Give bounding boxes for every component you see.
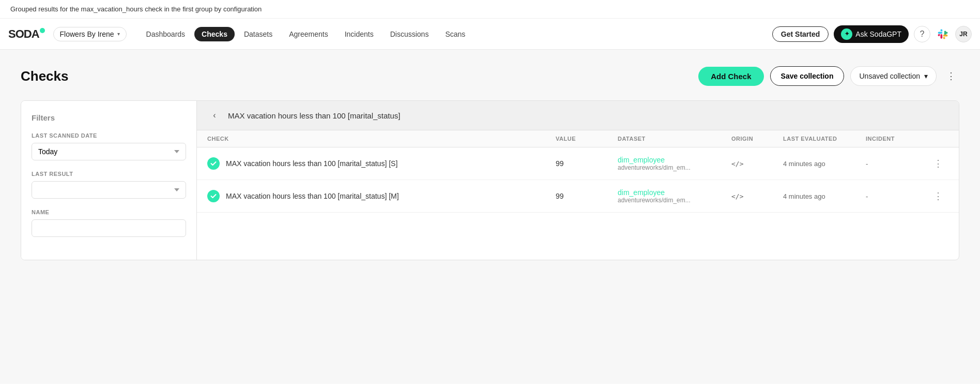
nav-checks[interactable]: Checks bbox=[194, 27, 235, 41]
name-filter: NAME bbox=[32, 209, 186, 237]
name-filter-input[interactable] bbox=[32, 219, 186, 237]
group-header: ‹ MAX vacation hours less than 100 [mari… bbox=[197, 101, 959, 130]
logo: SODA bbox=[8, 27, 45, 41]
filters-title: Filters bbox=[32, 113, 186, 122]
last-scanned-date-select[interactable]: Today Yesterday Last 7 days Last 30 days bbox=[32, 143, 186, 160]
chevron-down-icon: ▾ bbox=[924, 72, 928, 80]
collection-selector[interactable]: Unsaved collection ▾ bbox=[850, 66, 937, 86]
save-collection-button[interactable]: Save collection bbox=[770, 66, 845, 86]
content-panel: Filters LAST SCANNED DATE Today Yesterda… bbox=[21, 100, 959, 260]
evaluated-cell-1: 4 minutes ago bbox=[783, 160, 866, 168]
evaluated-cell-2: 4 minutes ago bbox=[783, 192, 866, 200]
check-name-1: MAX vacation hours less than 100 [marita… bbox=[226, 159, 397, 168]
nav-scans[interactable]: Scans bbox=[438, 27, 472, 41]
more-options-button[interactable]: ⋮ bbox=[943, 68, 959, 84]
name-filter-label: NAME bbox=[32, 209, 186, 215]
value-cell-1: 99 bbox=[556, 159, 618, 168]
group-title: MAX vacation hours less than 100 [marita… bbox=[228, 111, 401, 120]
incident-cell-2: - bbox=[866, 192, 928, 200]
nav-dashboards[interactable]: Dashboards bbox=[139, 27, 193, 41]
col-value: VALUE bbox=[556, 136, 618, 142]
dataset-path-1: adventureworks/dim_em... bbox=[618, 164, 731, 171]
dataset-cell-2: dim_employee adventureworks/dim_em... bbox=[618, 188, 731, 204]
main-content: Checks Add Check Save collection Unsaved… bbox=[0, 50, 980, 384]
ask-soda-button[interactable]: ✦ Ask SodaGPT bbox=[834, 25, 909, 43]
pass-icon-1 bbox=[207, 157, 220, 170]
value-cell-2: 99 bbox=[556, 192, 618, 200]
col-origin: ORIGIN bbox=[731, 136, 783, 142]
ask-soda-label: Ask SodaGPT bbox=[855, 30, 901, 38]
nav-agreements[interactable]: Agreements bbox=[282, 27, 335, 41]
row-more-button-2[interactable]: ⋮ bbox=[928, 190, 948, 202]
navbar: SODA Flowers By Irene ▾ Dashboards Check… bbox=[0, 19, 980, 50]
back-button[interactable]: ‹ bbox=[207, 108, 222, 123]
logo-text: SODA bbox=[8, 27, 45, 41]
help-button[interactable]: ? bbox=[914, 26, 930, 42]
question-icon: ? bbox=[920, 29, 925, 39]
last-scanned-date-filter: LAST SCANNED DATE Today Yesterday Last 7… bbox=[32, 132, 186, 160]
nav-discussions[interactable]: Discussions bbox=[383, 27, 436, 41]
org-selector[interactable]: Flowers By Irene ▾ bbox=[53, 27, 127, 41]
filters-sidebar: Filters LAST SCANNED DATE Today Yesterda… bbox=[21, 101, 197, 260]
row-more-button-1[interactable]: ⋮ bbox=[928, 158, 948, 169]
last-scanned-date-label: LAST SCANNED DATE bbox=[32, 132, 186, 139]
dataset-link-2[interactable]: dim_employee bbox=[618, 188, 731, 197]
top-info-text: Grouped results for the max_vacation_hou… bbox=[10, 5, 262, 13]
col-last-evaluated: LAST EVALUATED bbox=[783, 136, 866, 142]
page-title: Checks bbox=[21, 68, 69, 84]
origin-cell-2: </> bbox=[731, 192, 783, 200]
pass-icon-2 bbox=[207, 190, 220, 202]
dataset-path-2: adventureworks/dim_em... bbox=[618, 197, 731, 204]
user-avatar[interactable]: JR bbox=[955, 26, 972, 42]
table-header: CHECK VALUE DATASET ORIGIN LAST EVALUATE… bbox=[197, 130, 959, 147]
nav-links: Dashboards Checks Datasets Agreements In… bbox=[139, 27, 768, 41]
dataset-link-1[interactable]: dim_employee bbox=[618, 156, 731, 164]
origin-cell-1: </> bbox=[731, 160, 783, 168]
page-header: Checks Add Check Save collection Unsaved… bbox=[21, 66, 959, 86]
col-dataset: DATASET bbox=[618, 136, 731, 142]
last-result-select[interactable]: Pass Fail Warning bbox=[32, 181, 186, 199]
nav-right: Get Started ✦ Ask SodaGPT ? JR bbox=[772, 25, 972, 43]
slack-icon[interactable] bbox=[936, 27, 950, 41]
nav-incidents[interactable]: Incidents bbox=[338, 27, 381, 41]
table-row: MAX vacation hours less than 100 [marita… bbox=[197, 147, 959, 180]
last-result-label: LAST RESULT bbox=[32, 171, 186, 177]
logo-dot bbox=[40, 28, 45, 33]
top-info-bar: Grouped results for the max_vacation_hou… bbox=[0, 0, 980, 19]
collection-label: Unsaved collection bbox=[859, 72, 920, 80]
check-cell-1: MAX vacation hours less than 100 [marita… bbox=[207, 157, 556, 170]
table-row: MAX vacation hours less than 100 [marita… bbox=[197, 180, 959, 213]
add-check-button[interactable]: Add Check bbox=[698, 67, 763, 86]
nav-datasets[interactable]: Datasets bbox=[237, 27, 280, 41]
header-actions: Add Check Save collection Unsaved collec… bbox=[698, 66, 959, 86]
check-name-2: MAX vacation hours less than 100 [marita… bbox=[226, 192, 399, 200]
ask-soda-icon: ✦ bbox=[841, 28, 852, 40]
last-result-filter: LAST RESULT Pass Fail Warning bbox=[32, 171, 186, 199]
table-area: ‹ MAX vacation hours less than 100 [mari… bbox=[197, 101, 959, 260]
dataset-cell-1: dim_employee adventureworks/dim_em... bbox=[618, 156, 731, 171]
get-started-button[interactable]: Get Started bbox=[772, 26, 829, 42]
col-incident: INCIDENT bbox=[866, 136, 928, 142]
col-check: CHECK bbox=[207, 136, 556, 142]
col-actions bbox=[928, 136, 948, 142]
org-name: Flowers By Irene bbox=[60, 30, 114, 38]
incident-cell-1: - bbox=[866, 160, 928, 168]
chevron-down-icon: ▾ bbox=[117, 31, 120, 37]
check-cell-2: MAX vacation hours less than 100 [marita… bbox=[207, 190, 556, 202]
